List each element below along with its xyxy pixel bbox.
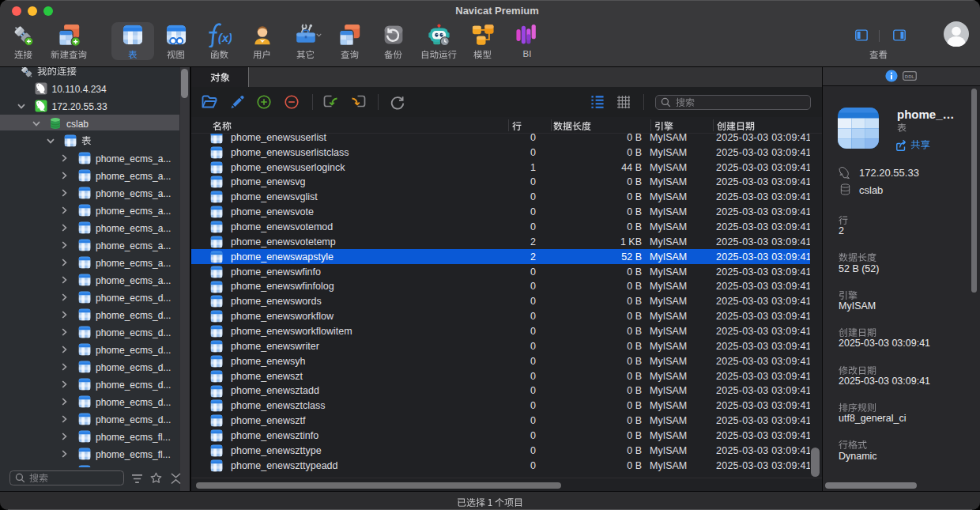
svg-text:DDL: DDL [905,74,915,79]
svg-text:(x): (x) [218,32,232,44]
